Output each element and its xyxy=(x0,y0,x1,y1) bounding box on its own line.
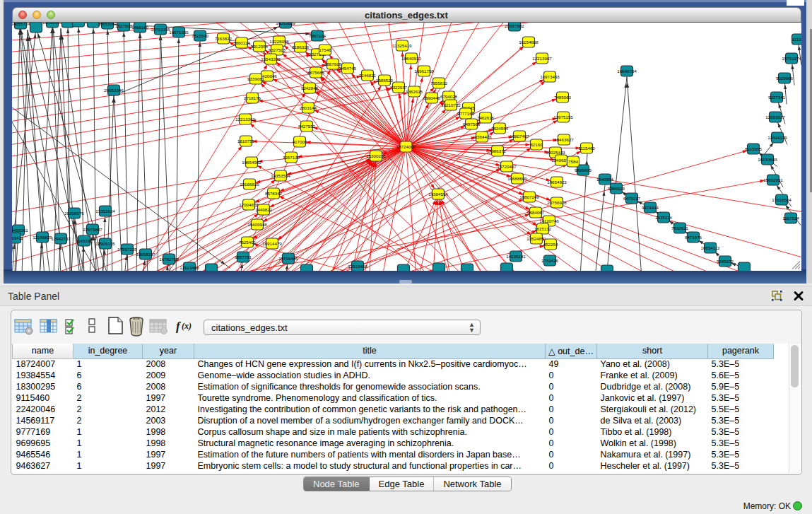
svg-text:6466160: 6466160 xyxy=(131,24,148,29)
svg-text:15409948: 15409948 xyxy=(247,221,267,226)
svg-text:12923468: 12923468 xyxy=(180,264,199,269)
svg-text:8675685: 8675685 xyxy=(307,69,324,74)
svg-text:9388923: 9388923 xyxy=(607,185,625,190)
svg-text:8322037: 8322037 xyxy=(389,84,407,89)
svg-text:17353924: 17353924 xyxy=(95,208,115,213)
svg-text:20206576: 20206576 xyxy=(64,210,84,215)
svg-text:13226058: 13226058 xyxy=(269,38,289,43)
svg-text:16961758: 16961758 xyxy=(414,68,434,73)
svg-text:10671355: 10671355 xyxy=(169,29,189,34)
svg-text:13524851: 13524851 xyxy=(526,235,546,240)
svg-text:7955812: 7955812 xyxy=(430,80,447,85)
svg-text:8660124: 8660124 xyxy=(233,40,250,45)
svg-text:14136141: 14136141 xyxy=(506,253,526,258)
svg-text:12444139: 12444139 xyxy=(767,134,787,139)
svg-text:19166825: 19166825 xyxy=(240,181,259,186)
svg-text:10688609: 10688609 xyxy=(507,175,527,180)
svg-text:9474444: 9474444 xyxy=(641,204,659,209)
svg-text:19384554: 19384554 xyxy=(428,191,448,196)
svg-text:10719155: 10719155 xyxy=(151,26,170,31)
svg-text:7462616: 7462616 xyxy=(476,115,494,119)
svg-text:10807487: 10807487 xyxy=(510,133,529,138)
svg-text:16120746: 16120746 xyxy=(539,218,559,223)
svg-text:13975155: 13975155 xyxy=(553,114,573,119)
svg-text:8990448: 8990448 xyxy=(423,95,440,100)
svg-text:8578342: 8578342 xyxy=(264,190,282,195)
svg-text:20756928: 20756928 xyxy=(547,199,567,204)
svg-text:8215955: 8215955 xyxy=(744,146,762,151)
svg-text:12093827: 12093827 xyxy=(765,114,785,119)
svg-text:19654923: 19654923 xyxy=(547,179,567,184)
svg-text:9329966: 9329966 xyxy=(775,75,793,80)
svg-text:14353594: 14353594 xyxy=(271,173,290,177)
svg-text:6794028: 6794028 xyxy=(440,93,457,98)
svg-text:22975887: 22975887 xyxy=(83,226,102,231)
svg-text:7584: 7584 xyxy=(568,158,578,163)
svg-text:12942737: 12942737 xyxy=(51,235,71,240)
svg-text:16053809: 16053809 xyxy=(276,23,295,25)
svg-text:9227341: 9227341 xyxy=(767,94,785,99)
svg-text:9339061: 9339061 xyxy=(247,76,264,81)
svg-text:8427552: 8427552 xyxy=(298,123,315,128)
svg-text:6497568: 6497568 xyxy=(462,121,480,126)
svg-text:12905135: 12905135 xyxy=(95,240,115,245)
svg-text:10025433: 10025433 xyxy=(546,149,565,154)
svg-text:10543392: 10543392 xyxy=(261,56,281,61)
svg-text:1527602: 1527602 xyxy=(114,23,132,28)
svg-text:20691406: 20691406 xyxy=(42,23,62,25)
svg-text:8471676: 8471676 xyxy=(684,234,702,239)
svg-text:16648784: 16648784 xyxy=(617,68,637,73)
svg-text:15716485: 15716485 xyxy=(278,255,298,260)
svg-text:11123: 11123 xyxy=(792,36,801,41)
svg-text:1640954: 1640954 xyxy=(596,176,613,181)
svg-text:9657791: 9657791 xyxy=(234,254,252,259)
svg-text:15751074: 15751074 xyxy=(782,55,801,60)
svg-text:18640910: 18640910 xyxy=(401,55,421,60)
svg-text:7986372: 7986372 xyxy=(488,148,506,153)
svg-text:1733426: 1733426 xyxy=(541,257,558,262)
svg-text:16154808: 16154808 xyxy=(519,39,539,44)
svg-text:8454749: 8454749 xyxy=(339,65,356,70)
svg-text:16210643: 16210643 xyxy=(758,156,777,161)
svg-text:1362615: 1362615 xyxy=(405,88,423,93)
svg-text:19463627: 19463627 xyxy=(554,136,574,141)
svg-text:10973493: 10973493 xyxy=(540,74,560,78)
svg-text:9146821: 9146821 xyxy=(358,72,376,77)
svg-text:17004678: 17004678 xyxy=(239,201,259,206)
svg-text:17546: 17546 xyxy=(319,47,331,52)
svg-text:1610755: 1610755 xyxy=(237,138,254,143)
svg-text:1615132: 1615132 xyxy=(534,226,551,230)
svg-text:1145191: 1145191 xyxy=(76,238,93,243)
svg-text:11325419: 11325419 xyxy=(392,42,412,47)
svg-text:9242848: 9242848 xyxy=(300,85,318,90)
svg-text:19654982: 19654982 xyxy=(242,159,261,164)
svg-text:20387682: 20387682 xyxy=(505,23,524,28)
svg-text:15692951: 15692951 xyxy=(763,177,783,182)
svg-text:9245032: 9245032 xyxy=(716,258,734,263)
svg-text:3624554: 3624554 xyxy=(490,125,508,130)
svg-text:417006: 417006 xyxy=(292,139,307,144)
svg-text:7632621: 7632621 xyxy=(671,225,688,230)
svg-text:20053346: 20053346 xyxy=(104,87,124,92)
svg-text:12213967: 12213967 xyxy=(532,55,552,60)
svg-text:f: f xyxy=(176,320,182,333)
svg-text:9777169: 9777169 xyxy=(457,110,474,115)
svg-text:6479197: 6479197 xyxy=(623,195,640,200)
svg-text:14055724: 14055724 xyxy=(12,23,30,26)
svg-text:15720407: 15720407 xyxy=(497,163,517,168)
svg-text:9684067: 9684067 xyxy=(526,209,544,214)
svg-text:16210722: 16210722 xyxy=(441,102,461,107)
svg-text:16914479: 16914479 xyxy=(262,240,282,245)
svg-text:7515540: 7515540 xyxy=(191,33,208,37)
svg-text:8186328: 8186328 xyxy=(291,44,309,49)
svg-text:9699695: 9699695 xyxy=(574,167,592,172)
svg-text:62160: 62160 xyxy=(530,141,543,146)
svg-text:7485063: 7485063 xyxy=(553,94,571,99)
svg-text:25300215: 25300215 xyxy=(366,153,386,158)
svg-text:7625402: 7625402 xyxy=(238,239,256,244)
svg-text:2718176: 2718176 xyxy=(243,95,261,100)
svg-text:12156829: 12156829 xyxy=(33,234,52,239)
svg-text:2803144: 2803144 xyxy=(299,105,317,110)
svg-text:1167534: 1167534 xyxy=(782,215,799,220)
svg-text:17957225: 17957225 xyxy=(117,246,137,251)
